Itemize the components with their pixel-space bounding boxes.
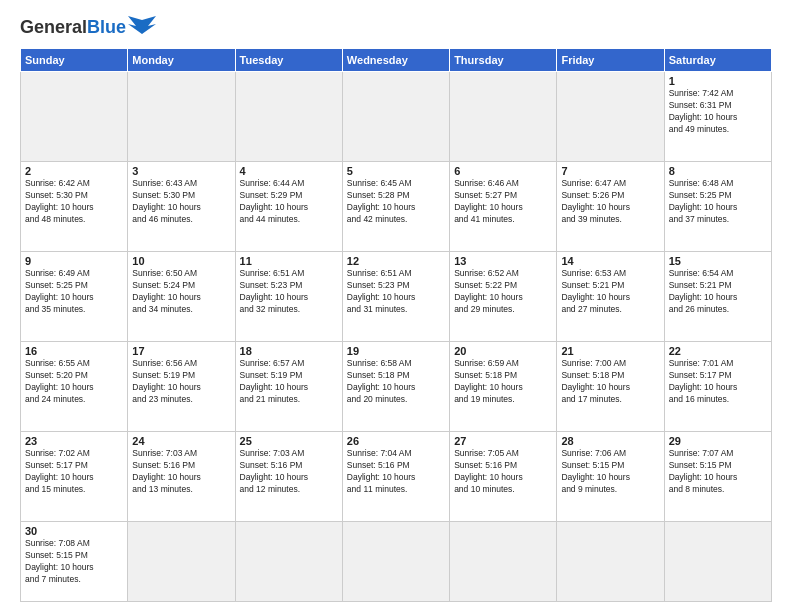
day-number: 16	[25, 345, 123, 357]
day-info: Sunrise: 6:58 AM Sunset: 5:18 PM Dayligh…	[347, 358, 445, 406]
day-cell: 12Sunrise: 6:51 AM Sunset: 5:23 PM Dayli…	[342, 251, 449, 341]
calendar: SundayMondayTuesdayWednesdayThursdayFrid…	[20, 48, 772, 602]
logo: General Blue	[20, 16, 156, 38]
weekday-header-monday: Monday	[128, 49, 235, 72]
day-cell: 24Sunrise: 7:03 AM Sunset: 5:16 PM Dayli…	[128, 431, 235, 521]
day-cell: 20Sunrise: 6:59 AM Sunset: 5:18 PM Dayli…	[450, 341, 557, 431]
week-row-5: 23Sunrise: 7:02 AM Sunset: 5:17 PM Dayli…	[21, 431, 772, 521]
day-cell: 30Sunrise: 7:08 AM Sunset: 5:15 PM Dayli…	[21, 521, 128, 601]
day-info: Sunrise: 7:03 AM Sunset: 5:16 PM Dayligh…	[132, 448, 230, 496]
day-number: 26	[347, 435, 445, 447]
day-number: 19	[347, 345, 445, 357]
day-cell	[128, 521, 235, 601]
day-number: 15	[669, 255, 767, 267]
day-number: 27	[454, 435, 552, 447]
day-info: Sunrise: 6:54 AM Sunset: 5:21 PM Dayligh…	[669, 268, 767, 316]
day-number: 13	[454, 255, 552, 267]
day-number: 5	[347, 165, 445, 177]
day-cell	[450, 72, 557, 162]
day-info: Sunrise: 7:06 AM Sunset: 5:15 PM Dayligh…	[561, 448, 659, 496]
day-info: Sunrise: 6:53 AM Sunset: 5:21 PM Dayligh…	[561, 268, 659, 316]
day-info: Sunrise: 6:51 AM Sunset: 5:23 PM Dayligh…	[240, 268, 338, 316]
day-cell: 15Sunrise: 6:54 AM Sunset: 5:21 PM Dayli…	[664, 251, 771, 341]
day-cell: 9Sunrise: 6:49 AM Sunset: 5:25 PM Daylig…	[21, 251, 128, 341]
day-cell	[557, 72, 664, 162]
week-row-2: 2Sunrise: 6:42 AM Sunset: 5:30 PM Daylig…	[21, 161, 772, 251]
day-number: 1	[669, 75, 767, 87]
day-number: 24	[132, 435, 230, 447]
day-cell: 8Sunrise: 6:48 AM Sunset: 5:25 PM Daylig…	[664, 161, 771, 251]
day-cell	[342, 72, 449, 162]
day-number: 2	[25, 165, 123, 177]
day-cell: 26Sunrise: 7:04 AM Sunset: 5:16 PM Dayli…	[342, 431, 449, 521]
day-info: Sunrise: 7:08 AM Sunset: 5:15 PM Dayligh…	[25, 538, 123, 586]
day-cell: 21Sunrise: 7:00 AM Sunset: 5:18 PM Dayli…	[557, 341, 664, 431]
day-info: Sunrise: 6:45 AM Sunset: 5:28 PM Dayligh…	[347, 178, 445, 226]
day-info: Sunrise: 6:52 AM Sunset: 5:22 PM Dayligh…	[454, 268, 552, 316]
day-cell	[557, 521, 664, 601]
day-info: Sunrise: 7:02 AM Sunset: 5:17 PM Dayligh…	[25, 448, 123, 496]
weekday-header-friday: Friday	[557, 49, 664, 72]
day-info: Sunrise: 6:47 AM Sunset: 5:26 PM Dayligh…	[561, 178, 659, 226]
week-row-6: 30Sunrise: 7:08 AM Sunset: 5:15 PM Dayli…	[21, 521, 772, 601]
weekday-header-saturday: Saturday	[664, 49, 771, 72]
day-cell: 4Sunrise: 6:44 AM Sunset: 5:29 PM Daylig…	[235, 161, 342, 251]
day-cell	[664, 521, 771, 601]
day-number: 3	[132, 165, 230, 177]
day-info: Sunrise: 7:42 AM Sunset: 6:31 PM Dayligh…	[669, 88, 767, 136]
day-cell	[21, 72, 128, 162]
day-number: 8	[669, 165, 767, 177]
weekday-header-tuesday: Tuesday	[235, 49, 342, 72]
weekday-header-sunday: Sunday	[21, 49, 128, 72]
day-cell: 18Sunrise: 6:57 AM Sunset: 5:19 PM Dayli…	[235, 341, 342, 431]
svg-marker-0	[128, 16, 156, 34]
day-cell: 27Sunrise: 7:05 AM Sunset: 5:16 PM Dayli…	[450, 431, 557, 521]
day-number: 11	[240, 255, 338, 267]
day-number: 29	[669, 435, 767, 447]
day-number: 20	[454, 345, 552, 357]
day-cell: 14Sunrise: 6:53 AM Sunset: 5:21 PM Dayli…	[557, 251, 664, 341]
day-cell: 3Sunrise: 6:43 AM Sunset: 5:30 PM Daylig…	[128, 161, 235, 251]
day-info: Sunrise: 6:42 AM Sunset: 5:30 PM Dayligh…	[25, 178, 123, 226]
day-cell: 25Sunrise: 7:03 AM Sunset: 5:16 PM Dayli…	[235, 431, 342, 521]
day-cell	[128, 72, 235, 162]
day-number: 14	[561, 255, 659, 267]
day-number: 28	[561, 435, 659, 447]
day-cell: 13Sunrise: 6:52 AM Sunset: 5:22 PM Dayli…	[450, 251, 557, 341]
day-number: 17	[132, 345, 230, 357]
day-info: Sunrise: 6:46 AM Sunset: 5:27 PM Dayligh…	[454, 178, 552, 226]
day-number: 30	[25, 525, 123, 537]
day-info: Sunrise: 6:57 AM Sunset: 5:19 PM Dayligh…	[240, 358, 338, 406]
day-cell: 17Sunrise: 6:56 AM Sunset: 5:19 PM Dayli…	[128, 341, 235, 431]
day-cell: 11Sunrise: 6:51 AM Sunset: 5:23 PM Dayli…	[235, 251, 342, 341]
day-info: Sunrise: 6:50 AM Sunset: 5:24 PM Dayligh…	[132, 268, 230, 316]
day-number: 4	[240, 165, 338, 177]
day-cell: 16Sunrise: 6:55 AM Sunset: 5:20 PM Dayli…	[21, 341, 128, 431]
day-cell	[235, 521, 342, 601]
day-info: Sunrise: 6:51 AM Sunset: 5:23 PM Dayligh…	[347, 268, 445, 316]
day-cell: 23Sunrise: 7:02 AM Sunset: 5:17 PM Dayli…	[21, 431, 128, 521]
day-info: Sunrise: 7:07 AM Sunset: 5:15 PM Dayligh…	[669, 448, 767, 496]
day-number: 12	[347, 255, 445, 267]
day-cell: 7Sunrise: 6:47 AM Sunset: 5:26 PM Daylig…	[557, 161, 664, 251]
week-row-1: 1Sunrise: 7:42 AM Sunset: 6:31 PM Daylig…	[21, 72, 772, 162]
logo-blue-text: Blue	[87, 17, 126, 38]
weekday-header-row: SundayMondayTuesdayWednesdayThursdayFrid…	[21, 49, 772, 72]
logo-bird-icon	[128, 16, 156, 38]
day-info: Sunrise: 6:59 AM Sunset: 5:18 PM Dayligh…	[454, 358, 552, 406]
day-cell: 10Sunrise: 6:50 AM Sunset: 5:24 PM Dayli…	[128, 251, 235, 341]
day-cell	[235, 72, 342, 162]
day-number: 18	[240, 345, 338, 357]
logo-general-text: General	[20, 17, 87, 38]
day-number: 7	[561, 165, 659, 177]
week-row-3: 9Sunrise: 6:49 AM Sunset: 5:25 PM Daylig…	[21, 251, 772, 341]
day-number: 6	[454, 165, 552, 177]
day-info: Sunrise: 7:05 AM Sunset: 5:16 PM Dayligh…	[454, 448, 552, 496]
day-info: Sunrise: 6:44 AM Sunset: 5:29 PM Dayligh…	[240, 178, 338, 226]
day-number: 21	[561, 345, 659, 357]
day-info: Sunrise: 6:49 AM Sunset: 5:25 PM Dayligh…	[25, 268, 123, 316]
day-number: 10	[132, 255, 230, 267]
day-cell: 1Sunrise: 7:42 AM Sunset: 6:31 PM Daylig…	[664, 72, 771, 162]
day-number: 23	[25, 435, 123, 447]
day-cell: 22Sunrise: 7:01 AM Sunset: 5:17 PM Dayli…	[664, 341, 771, 431]
